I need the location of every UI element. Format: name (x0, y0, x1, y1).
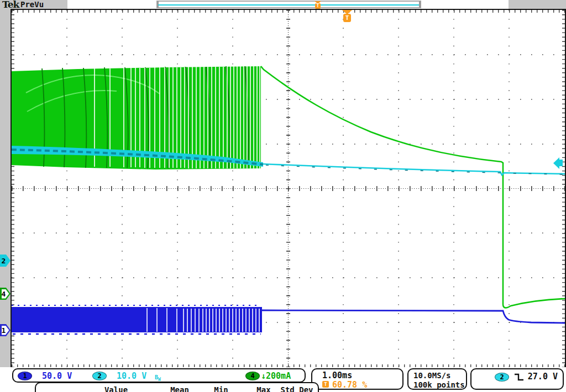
trigger-position-readout: 60.78 % (332, 380, 367, 390)
trigger-level-readout: 27.0 V (528, 372, 558, 382)
record-position-bar[interactable]: T (156, 1, 421, 8)
measurement-col-min: Min (214, 385, 228, 392)
channel-readouts-box: 1 50.0 V 2 10.0 V BW 4 ↓200mA (12, 368, 306, 383)
acquisition-mode-label: PreVu (20, 0, 44, 9)
channel4-marker-label: 4 (0, 289, 7, 299)
record-length-readout: 100k points (413, 380, 465, 390)
trigger-position-marker[interactable]: T (342, 10, 353, 23)
trigger-t-icon: T (315, 3, 321, 9)
record-waveform-line (158, 4, 420, 6)
channel2-marker-label: 2 (0, 256, 7, 266)
trigger-t-icon: T (343, 14, 351, 22)
measurement-col-value: Value (104, 385, 128, 392)
trigger-level-arrow-icon[interactable] (553, 157, 563, 169)
channel4-badge[interactable]: 4 (245, 372, 260, 380)
channel1-position-marker[interactable]: 1 (0, 324, 11, 336)
trigger-source-badge: 2 (495, 373, 509, 382)
falling-edge-icon (513, 373, 526, 382)
left-margin (0, 9, 11, 367)
top-bar: Tek PreVu T (0, 0, 566, 9)
measurement-col-max: Max (256, 385, 270, 392)
channel4-position-marker[interactable]: 4 (0, 288, 11, 300)
channel4-scale-readout[interactable]: ↓200mA (261, 371, 291, 381)
measurements-table-box: Value Mean Min Max Std Dev (35, 382, 319, 392)
measurement-col-stddev: Std Dev (280, 385, 313, 392)
timebase-readout: 1.00ms (322, 370, 352, 380)
measurement-col-mean: Mean (170, 385, 189, 392)
ch4-trace-decay (261, 66, 565, 308)
trigger-t-icon: T (322, 381, 329, 388)
acquisition-box[interactable]: 10.0MS/s 100k points (407, 368, 467, 390)
channel1-marker-label: 1 (0, 326, 7, 335)
horizontal-settings-box[interactable]: 1.00ms T 60.78 % (311, 368, 403, 390)
channel1-badge[interactable]: 1 (18, 372, 32, 380)
status-bar: 1 50.0 V 2 10.0 V BW 4 ↓200mA 1.00ms T 6… (0, 367, 566, 392)
channel1-scale-readout[interactable]: 50.0 V (42, 371, 72, 381)
trigger-settings-box[interactable]: 2 27.0 V (470, 368, 564, 390)
channel2-scale-readout[interactable]: 10.0 V (117, 371, 146, 381)
oscilloscope-display: Tek PreVu T 2 4 1 (0, 0, 566, 392)
sample-rate-readout: 10.0MS/s (413, 370, 450, 380)
graticule-area (11, 9, 566, 368)
channel2-badge[interactable]: 2 (92, 372, 107, 380)
ch2-trace-line (263, 164, 565, 175)
channel2-position-marker[interactable]: 2 (0, 255, 11, 267)
waveform-canvas (12, 10, 565, 367)
record-trigger-marker[interactable]: T (315, 1, 321, 9)
